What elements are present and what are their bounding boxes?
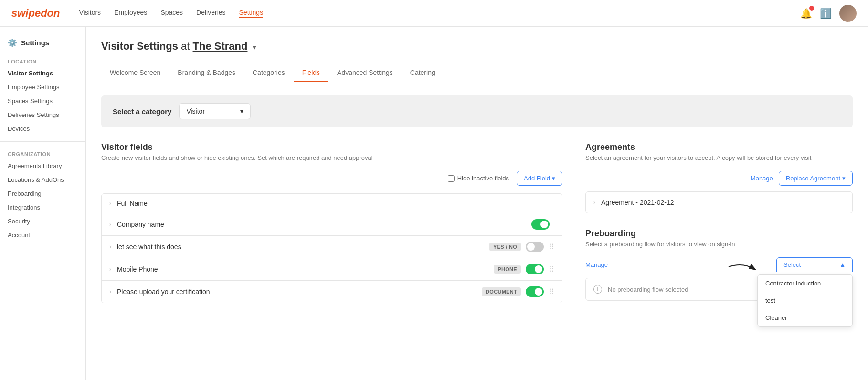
toggle-slider: [526, 242, 544, 252]
sidebar-section-org: ORGANIZATION: [0, 148, 85, 159]
sidebar-item-employee-settings[interactable]: Employee Settings: [0, 80, 85, 94]
sidebar-item-devices[interactable]: Devices: [0, 122, 85, 136]
agreement-row: › Agreement - 2021-02-12: [585, 191, 853, 213]
sidebar-item-security[interactable]: Security: [0, 214, 85, 228]
field-name: Full Name: [117, 200, 554, 207]
page-title-location-name[interactable]: The Strand: [193, 40, 248, 52]
field-name: Please upload your certification: [117, 288, 482, 296]
select-dropdown-button[interactable]: Select ▲: [776, 257, 853, 272]
category-select[interactable]: Visitor ▾: [179, 103, 251, 119]
row-chevron[interactable]: ›: [109, 266, 111, 273]
fields-controls: Hide inactive fields Add Field ▾: [101, 171, 562, 186]
field-toggle[interactable]: [526, 264, 544, 274]
nav-settings[interactable]: Settings: [239, 9, 264, 18]
replace-agreement-button[interactable]: Replace Agreement ▾: [779, 171, 853, 186]
category-selected-value: Visitor: [186, 107, 205, 115]
notifications-icon[interactable]: 🔔: [800, 8, 812, 19]
avatar[interactable]: [839, 5, 857, 22]
select-dropdown-label: Select: [783, 261, 801, 268]
page-title-at: at: [181, 40, 192, 52]
nav-right: 🔔 ℹ️: [800, 5, 857, 22]
tab-welcome-screen[interactable]: Welcome Screen: [101, 64, 169, 82]
page-header: Visitor Settings at The Strand ▾: [101, 40, 853, 53]
sidebar-item-agreements-library[interactable]: Agreements Library: [0, 159, 85, 173]
toggle-slider: [526, 264, 544, 274]
sidebar-item-integrations[interactable]: Integrations: [0, 201, 85, 214]
drag-handle-icon[interactable]: ⠿: [549, 265, 554, 274]
agreements-section: Agreements Select an agreement for your …: [585, 142, 853, 213]
preboarding-dropdown-menu: Contractor induction test Cleaner: [757, 274, 853, 327]
select-dropdown-wrapper: Select ▲ Contractor induction test Clean…: [776, 257, 853, 272]
fields-table: › Full Name › Company name ›: [101, 193, 562, 303]
visitor-fields-title: Visitor fields: [101, 142, 562, 152]
select-dropdown-chevron: ▲: [839, 261, 846, 268]
nav-visitors[interactable]: Visitors: [79, 9, 101, 18]
sidebar-divider: [0, 141, 85, 142]
sidebar: ⚙️ Settings LOCATION Visitor Settings Em…: [0, 27, 86, 380]
sidebar-item-preboarding[interactable]: Preboarding: [0, 187, 85, 201]
table-row: › Company name: [102, 213, 562, 236]
drag-handle-icon[interactable]: ⠿: [549, 287, 554, 296]
category-select-chevron: ▾: [240, 107, 243, 115]
tab-fields[interactable]: Fields: [294, 64, 328, 82]
hide-inactive-label[interactable]: Hide inactive fields: [448, 175, 509, 182]
drag-handle-icon[interactable]: ⠿: [549, 243, 554, 252]
logo[interactable]: swipedon: [11, 7, 60, 20]
preboarding-title: Preboarding: [585, 229, 853, 239]
sidebar-title: Settings: [21, 39, 49, 47]
tab-categories[interactable]: Categories: [244, 64, 294, 82]
page-title: Visitor Settings at The Strand ▾: [101, 40, 853, 53]
sidebar-item-spaces-settings[interactable]: Spaces Settings: [0, 94, 85, 108]
row-chevron[interactable]: ›: [109, 221, 111, 228]
agreements-description: Select an agreement for your visitors to…: [585, 154, 853, 161]
nav-deliveries[interactable]: Deliveries: [196, 9, 225, 18]
nav-links: Visitors Employees Spaces Deliveries Set…: [79, 9, 800, 18]
sidebar-item-locations-addons[interactable]: Locations & AddOns: [0, 173, 85, 187]
main-layout: ⚙️ Settings LOCATION Visitor Settings Em…: [0, 27, 868, 380]
add-field-button[interactable]: Add Field ▾: [517, 171, 562, 186]
row-chevron[interactable]: ›: [109, 200, 111, 207]
agreement-label: Agreement - 2021-02-12: [601, 199, 674, 206]
sidebar-item-visitor-settings[interactable]: Visitor Settings: [0, 66, 85, 80]
toggle-slider: [531, 219, 550, 230]
sidebar-item-deliveries-settings[interactable]: Deliveries Settings: [0, 108, 85, 122]
field-name: let see what this does: [117, 243, 489, 251]
preboarding-section: Preboarding Select a preboarding flow fo…: [585, 229, 853, 301]
row-chevron[interactable]: ›: [109, 288, 111, 295]
dropdown-item-cleaner[interactable]: Cleaner: [758, 309, 852, 326]
tab-catering[interactable]: Catering: [402, 64, 444, 82]
table-row: › Mobile Phone PHONE ⠿: [102, 258, 562, 281]
info-icon[interactable]: ℹ️: [820, 8, 832, 19]
category-bar: Select a category Visitor ▾: [101, 95, 853, 127]
agreements-manage-link[interactable]: Manage: [751, 175, 773, 182]
tab-branding-badges[interactable]: Branding & Badges: [169, 64, 244, 82]
preboarding-manage-link[interactable]: Manage: [585, 261, 608, 268]
page-title-text: Visitor Settings: [101, 40, 178, 52]
nav-spaces[interactable]: Spaces: [160, 9, 183, 18]
dropdown-item-contractor-induction[interactable]: Contractor induction: [758, 275, 852, 292]
notification-badge: [809, 6, 814, 11]
field-badge-phone: PHONE: [494, 265, 521, 274]
nav-employees[interactable]: Employees: [114, 9, 147, 18]
tabs: Welcome Screen Branding & Badges Categor…: [101, 64, 853, 82]
sidebar-header: ⚙️ Settings: [0, 34, 85, 55]
arrow-annotation: [729, 260, 762, 276]
hide-inactive-checkbox[interactable]: [448, 175, 455, 182]
row-chevron[interactable]: ›: [109, 243, 111, 250]
sidebar-section-location: LOCATION: [0, 55, 85, 66]
field-toggle[interactable]: [526, 286, 544, 297]
replace-agreement-chevron: ▾: [842, 175, 846, 182]
hide-inactive-text: Hide inactive fields: [457, 175, 509, 182]
tab-advanced-settings[interactable]: Advanced Settings: [328, 64, 402, 82]
field-toggle[interactable]: [531, 219, 550, 230]
sidebar-item-account[interactable]: Account: [0, 228, 85, 242]
field-toggle[interactable]: [526, 242, 544, 252]
top-nav: swipedon Visitors Employees Spaces Deliv…: [0, 0, 868, 27]
field-name: Company name: [117, 221, 531, 228]
agreement-chevron[interactable]: ›: [593, 199, 595, 206]
location-dropdown-chevron[interactable]: ▾: [253, 43, 256, 51]
dropdown-item-test[interactable]: test: [758, 292, 852, 309]
toggle-slider: [526, 286, 544, 297]
preboarding-description: Select a preboarding flow for visitors t…: [585, 241, 853, 248]
gear-icon: ⚙️: [8, 38, 17, 47]
